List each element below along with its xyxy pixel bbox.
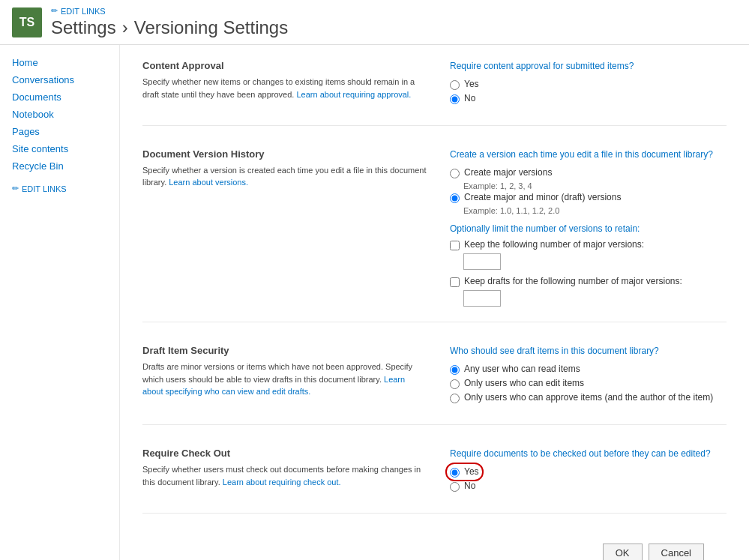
- body-layout: Home Conversations Documents Notebook Pa…: [0, 45, 749, 560]
- content-approval-no-radio[interactable]: [450, 94, 460, 104]
- section-right-require-checkout: Require documents to be checked out befo…: [450, 448, 727, 498]
- section-content-approval: Content Approval Specify whether new ite…: [142, 60, 727, 126]
- avatar: TS: [12, 7, 42, 37]
- major-versions-input[interactable]: [463, 253, 501, 270]
- checkout-yes-radio[interactable]: [450, 468, 460, 478]
- section-desc-content-approval: Specify whether new items or changes to …: [142, 76, 427, 100]
- draft-security-radio-group: Any user who can read items Only users w…: [450, 364, 727, 403]
- section-document-version: Document Version History Specify whether…: [142, 148, 727, 323]
- sidebar-item-documents[interactable]: Documents: [0, 88, 119, 106]
- checkout-label: Require documents to be checked out befo…: [450, 448, 727, 460]
- header-subtitle: Versioning Settings: [134, 17, 288, 38]
- section-left-require-checkout: Require Check Out Specify whether users …: [142, 448, 427, 498]
- approve-users-row: Only users who can approve items (and th…: [450, 392, 727, 403]
- section-title-draft-security: Draft Item Security: [142, 345, 427, 356]
- draft-security-label: Who should see draft items in this docum…: [450, 345, 727, 358]
- pencil-icon-sidebar: ✏: [12, 184, 19, 193]
- major-versions-checkbox-label: Keep the following number of major versi…: [464, 239, 644, 250]
- edit-users-radio[interactable]: [450, 379, 460, 389]
- limit-label: Optionally limit the number of versions …: [450, 223, 727, 235]
- ok-button[interactable]: OK: [603, 544, 643, 560]
- learn-about-drafts-link[interactable]: Learn about specifying who can view and …: [142, 375, 405, 397]
- section-draft-security: Draft Item Security Drafts are minor ver…: [142, 345, 727, 425]
- checkout-radio-group: Yes No: [450, 466, 727, 492]
- header-arrow: ›: [122, 17, 128, 38]
- section-right-content-approval: Require content approval for submitted i…: [450, 60, 727, 110]
- sidebar-item-notebook[interactable]: Notebook: [0, 106, 119, 123]
- major-versions-radio[interactable]: [450, 169, 460, 178]
- checkout-yes-highlighted: Yes: [450, 466, 479, 478]
- draft-versions-checkbox-label: Keep drafts for the following number of …: [464, 276, 682, 286]
- major-versions-checkbox[interactable]: [450, 241, 460, 250]
- major-versions-row: Create major versions: [450, 167, 727, 178]
- pencil-icon: ✏: [51, 6, 58, 16]
- edit-links-top[interactable]: ✏ EDIT LINKS: [51, 6, 288, 16]
- cancel-button[interactable]: Cancel: [649, 544, 704, 560]
- section-right-draft-security: Who should see draft items in this docum…: [450, 345, 727, 409]
- approve-users-radio[interactable]: [450, 394, 460, 403]
- checkout-yes-row: Yes: [450, 466, 727, 478]
- sidebar-item-pages[interactable]: Pages: [0, 123, 119, 140]
- footer-buttons: OK Cancel: [142, 536, 727, 560]
- sidebar-item-conversations[interactable]: Conversations: [0, 71, 119, 88]
- checkout-no-radio[interactable]: [450, 482, 460, 492]
- sidebar-edit-links[interactable]: ✏ EDIT LINKS: [0, 178, 119, 199]
- sidebar-item-site-contents[interactable]: Site contents: [0, 140, 119, 157]
- minor-versions-radio[interactable]: [450, 193, 460, 203]
- major-versions-example: Example: 1, 2, 3, 4: [450, 181, 727, 190]
- section-require-checkout: Require Check Out Specify whether users …: [142, 448, 727, 514]
- content-approval-radio-group: Yes No: [450, 79, 727, 104]
- major-versions-label: Create major versions: [464, 167, 552, 178]
- header-text-col: ✏ EDIT LINKS Settings › Versioning Setti…: [51, 6, 288, 38]
- version-label: Create a version each time you edit a fi…: [450, 148, 727, 161]
- checkout-no-row: No: [450, 481, 727, 492]
- content-approval-yes-label: Yes: [464, 79, 479, 89]
- content-approval-yes-row: Yes: [450, 79, 727, 90]
- version-radio-group: Create major versions Example: 1, 2, 3, …: [450, 167, 727, 215]
- major-versions-checkbox-row: Keep the following number of major versi…: [450, 239, 727, 250]
- draft-versions-checkbox-row: Keep drafts for the following number of …: [450, 276, 727, 287]
- any-user-row: Any user who can read items: [450, 364, 727, 375]
- main-content: Content Approval Specify whether new ite…: [120, 45, 749, 560]
- minor-versions-label: Create major and minor (draft) versions: [464, 192, 621, 202]
- edit-users-row: Only users who can edit items: [450, 378, 727, 389]
- section-left-content-approval: Content Approval Specify whether new ite…: [142, 60, 427, 110]
- section-left-draft-security: Draft Item Security Drafts are minor ver…: [142, 345, 427, 409]
- content-approval-no-row: No: [450, 93, 727, 104]
- sidebar: Home Conversations Documents Notebook Pa…: [0, 45, 120, 560]
- draft-versions-checkbox[interactable]: [450, 277, 460, 287]
- learn-about-versions-link[interactable]: Learn about versions.: [169, 178, 248, 187]
- approve-users-label: Only users who can approve items (and th…: [464, 392, 713, 403]
- header-title: Settings: [51, 17, 116, 38]
- edit-users-label: Only users who can edit items: [464, 378, 584, 388]
- content-approval-label: Require content approval for submitted i…: [450, 60, 727, 73]
- checkout-yes-label: Yes: [464, 466, 479, 477]
- content-approval-yes-radio[interactable]: [450, 80, 460, 90]
- content-approval-no-label: No: [464, 93, 475, 103]
- any-user-label: Any user who can read items: [464, 364, 580, 374]
- section-left-document-version: Document Version History Specify whether…: [142, 148, 427, 307]
- page-wrapper: TS ✏ EDIT LINKS Settings › Versioning Se…: [0, 0, 749, 560]
- minor-versions-row: Create major and minor (draft) versions: [450, 192, 727, 203]
- minor-versions-example: Example: 1.0, 1.1, 1.2, 2.0: [450, 206, 727, 215]
- section-desc-document-version: Specify whether a version is created eac…: [142, 164, 427, 189]
- header-title-area: Settings › Versioning Settings: [51, 17, 288, 38]
- header: TS ✏ EDIT LINKS Settings › Versioning Se…: [0, 0, 749, 45]
- section-title-content-approval: Content Approval: [142, 60, 427, 71]
- section-title-require-checkout: Require Check Out: [142, 448, 427, 459]
- section-desc-require-checkout: Specify whether users must check out doc…: [142, 463, 427, 488]
- any-user-radio[interactable]: [450, 365, 460, 375]
- learn-about-approval-link[interactable]: Learn about requiring approval.: [296, 90, 411, 99]
- section-desc-draft-security: Drafts are minor versions or items which…: [142, 361, 427, 398]
- checkout-no-label: No: [464, 481, 475, 491]
- section-right-document-version: Create a version each time you edit a fi…: [450, 148, 727, 307]
- section-title-document-version: Document Version History: [142, 148, 427, 160]
- learn-about-checkout-link[interactable]: Learn about requiring check out.: [223, 478, 341, 487]
- sidebar-item-home[interactable]: Home: [0, 54, 119, 71]
- sidebar-item-recycle-bin[interactable]: Recycle Bin: [0, 157, 119, 175]
- draft-versions-input[interactable]: [463, 290, 501, 307]
